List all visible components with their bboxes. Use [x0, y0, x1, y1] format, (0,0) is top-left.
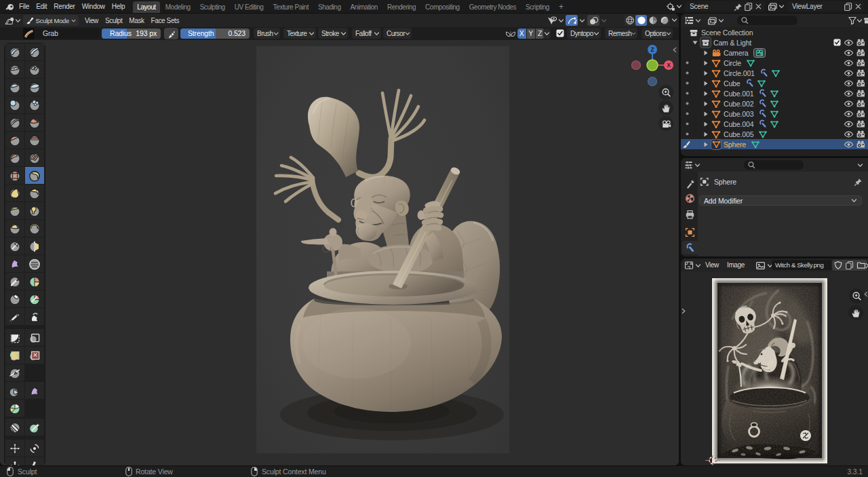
workspace-tab-texture-paint[interactable]: Texture Paint [269, 1, 313, 13]
workspace-tab-animation[interactable]: Animation [347, 1, 382, 13]
tool-pose[interactable] [25, 202, 44, 219]
tool-clay-thumb[interactable] [5, 79, 24, 96]
workspace-tab-uv-editing[interactable]: UV Editing [231, 1, 268, 13]
tool-draw[interactable] [5, 43, 24, 60]
viewport-canvas[interactable]: Z X [0, 40, 679, 465]
workspace-tab-shading[interactable]: Shading [314, 1, 345, 13]
blender-logo-icon[interactable] [0, 2, 16, 12]
image-editor-canvas[interactable] [681, 272, 868, 465]
new-viewlayer-button[interactable] [844, 2, 853, 12]
dyntopo-checkbox[interactable] [556, 29, 564, 37]
image-zoom-button[interactable] [849, 288, 864, 303]
topbar-menu-window[interactable]: Window [79, 3, 108, 10]
tool-slide-relax[interactable] [5, 237, 24, 254]
delete-scene-button[interactable] [755, 3, 762, 10]
render-visibility-toggle[interactable] [856, 79, 865, 88]
hide-toggle[interactable] [844, 99, 854, 109]
topbar-menu-edit[interactable]: Edit [33, 3, 50, 10]
outliner-row-cube[interactable]: Cube [681, 78, 868, 88]
brush-dropdown[interactable]: Brush [254, 28, 280, 39]
sidebar-collapse-arrow[interactable] [672, 47, 677, 53]
add-modifier-button[interactable]: Add Modifier [699, 195, 862, 206]
tool-edit-face-set[interactable] [5, 419, 24, 436]
render-visibility-toggle[interactable] [856, 99, 865, 108]
hide-toggle[interactable] [844, 109, 854, 119]
viewlayer-selector-icon-group[interactable] [768, 2, 785, 12]
tool-smear[interactable] [25, 308, 44, 325]
zoom-button[interactable] [658, 85, 673, 100]
shading-rendered-button[interactable] [658, 16, 670, 25]
tool-box-hide[interactable] [25, 329, 44, 346]
image-collapse-arrow[interactable] [863, 291, 868, 297]
tool-pinch[interactable] [5, 167, 24, 184]
shading-dropdown[interactable] [671, 17, 677, 23]
render-visibility-toggle[interactable] [856, 130, 865, 138]
tool-crease[interactable] [5, 114, 24, 131]
tool-mesh-filter[interactable] [5, 382, 24, 399]
pin-icon[interactable] [734, 3, 743, 11]
tool-clay[interactable] [5, 61, 24, 78]
hide-toggle[interactable] [844, 38, 854, 47]
disclosure-closed-icon[interactable] [703, 100, 709, 107]
disclosure-closed-icon[interactable] [703, 70, 709, 77]
outliner-row-cube-001[interactable]: Cube.001 [681, 88, 868, 98]
show-overlays-toggle[interactable] [566, 15, 585, 26]
editor-type-button[interactable] [3, 16, 22, 25]
outliner-row-cam-light[interactable]: Cam & Light [681, 37, 868, 47]
disclosure-closed-icon[interactable] [703, 111, 709, 117]
header-expand-arrow[interactable] [865, 263, 868, 269]
outliner-row-cube-005[interactable]: Cube.005 [681, 129, 868, 139]
outliner-row-cube-004[interactable]: Cube.004 [681, 119, 868, 129]
tool-draw-face-sets[interactable] [25, 273, 44, 290]
hide-toggle[interactable] [844, 48, 854, 58]
workspace-tab-geometry-nodes[interactable]: Geometry Nodes [465, 1, 520, 13]
browse-image-button[interactable] [755, 261, 773, 270]
tool-elastic-deform[interactable] [5, 185, 24, 202]
scene-selector-icon-group[interactable] [665, 2, 682, 11]
outliner-row-circle[interactable]: Circle [681, 58, 868, 68]
viewport-menu-mask[interactable]: Mask [125, 17, 147, 24]
disclosure-closed-icon[interactable] [703, 121, 709, 128]
mode-selector[interactable]: Sculpt Mode [23, 15, 79, 26]
workspace-tab-rendering[interactable]: Rendering [383, 1, 420, 13]
tool-fill[interactable] [25, 132, 44, 149]
tool-snake-hook[interactable] [25, 185, 44, 202]
tool-multires-eraser[interactable] [5, 290, 24, 307]
disclosure-closed-icon[interactable] [703, 80, 709, 87]
tool-color-filter[interactable] [5, 400, 24, 417]
mirror-y-toggle[interactable]: Y [527, 28, 536, 39]
render-visibility-toggle[interactable] [856, 48, 865, 57]
tool-multiplane-scrape[interactable] [25, 149, 44, 166]
navigation-gizmo[interactable]: Z X [627, 41, 679, 90]
shading-wireframe-button[interactable] [624, 16, 635, 25]
new-scene-button[interactable] [744, 2, 753, 12]
tool-draw-sharp[interactable] [25, 43, 44, 60]
collection-checkbox[interactable] [833, 39, 841, 46]
options-dropdown[interactable]: Options [642, 28, 673, 39]
tool-mask[interactable] [5, 273, 24, 290]
falloff-dropdown[interactable]: Falloff [352, 28, 381, 39]
radius-slider[interactable]: Radius193 px [102, 28, 161, 39]
properties-tab-output[interactable] [682, 208, 698, 221]
editor-type-button[interactable] [681, 16, 701, 25]
outliner-row-sphere[interactable]: Sphere [681, 139, 868, 149]
scene-selector[interactable]: Scene [685, 1, 765, 12]
tool-cloth[interactable] [5, 255, 24, 272]
delete-viewlayer-button[interactable] [854, 3, 862, 10]
outliner-row-scene-collection[interactable]: Scene Collection [681, 27, 868, 37]
gizmo-z-neg-axis[interactable] [648, 77, 657, 86]
show-gizmo-toggle[interactable] [547, 16, 564, 25]
tool-nudge[interactable] [5, 220, 24, 237]
workspace-tab-layout[interactable]: Layout [133, 1, 159, 13]
disclosure-closed-icon[interactable] [703, 131, 709, 138]
filter-dropdown[interactable] [856, 18, 863, 24]
camera-view-button[interactable] [658, 116, 673, 131]
hide-toggle[interactable] [844, 140, 854, 149]
tool-scrape[interactable] [5, 149, 24, 166]
tool-simplify[interactable] [25, 255, 44, 272]
hide-toggle[interactable] [844, 89, 854, 98]
properties-tab-tool[interactable] [682, 177, 698, 191]
hide-toggle[interactable] [844, 69, 854, 78]
editor-type-button[interactable] [681, 160, 701, 170]
brush-preview[interactable] [23, 28, 35, 39]
